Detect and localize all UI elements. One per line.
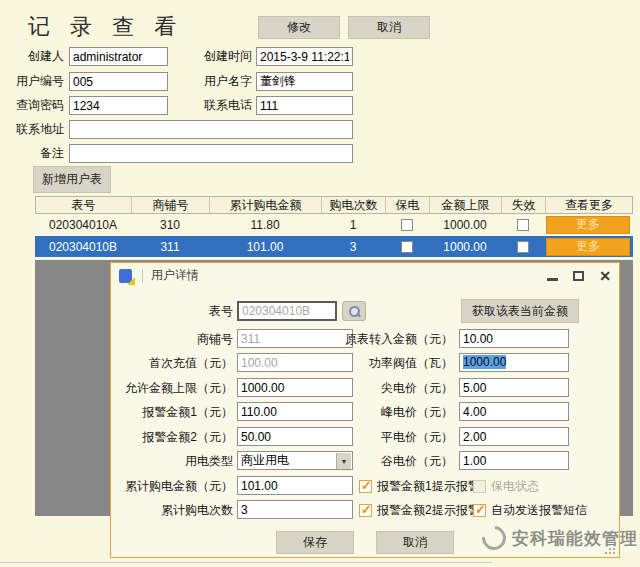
watermark-text: 安科瑞能效管理 <box>512 527 638 550</box>
col-header-invalid: 失效 <box>502 197 546 213</box>
user-no-field[interactable] <box>69 72 168 91</box>
cell-limit: 1000.00 <box>429 240 501 254</box>
cell-count: 1 <box>321 218 385 232</box>
dialog-title: 用户详情 <box>151 267 199 284</box>
contact-phone-field[interactable] <box>256 96 353 115</box>
col-header-meter-no: 表号 <box>36 197 132 213</box>
checkbox-label: 保电状态 <box>491 478 539 495</box>
cell-total: 101.00 <box>209 240 321 254</box>
checkbox-label: 报警金额1提示报警 <box>377 478 480 495</box>
modify-button[interactable]: 修改 <box>258 16 340 39</box>
checkbox-icon[interactable] <box>473 504 486 517</box>
peak-price-label: 峰电价（元） <box>327 402 453 422</box>
elec-type-label: 用电类型 <box>121 451 233 471</box>
invalid-checkbox[interactable] <box>517 241 529 253</box>
cancel-button[interactable]: 取消 <box>348 16 430 39</box>
total-amount-field[interactable] <box>237 476 353 495</box>
checkbox-label: 报警金额2提示报警 <box>377 502 480 519</box>
cell-count: 3 <box>321 240 385 254</box>
table-row[interactable]: 020304010B 311 101.00 3 1000.00 更多 <box>35 236 633 258</box>
alarm1-label: 报警金额1（元） <box>121 402 233 422</box>
protect-checkbox[interactable] <box>401 219 413 231</box>
alarm2-label: 报警金额2（元） <box>121 427 233 447</box>
meter-no-field[interactable] <box>237 301 337 321</box>
checkbox-icon[interactable] <box>359 504 372 517</box>
user-name-label: 用户名字 <box>180 72 252 91</box>
alarm1-prompt-checkbox[interactable]: 报警金额1提示报警 <box>359 476 480 496</box>
checkbox-icon[interactable] <box>359 480 372 493</box>
cell-meter-no: 020304010B <box>35 240 131 254</box>
dialog-app-icon <box>119 269 132 283</box>
power-threshold-label: 功率阀值（瓦） <box>327 353 453 373</box>
cell-shop-no: 311 <box>131 240 209 254</box>
query-password-field[interactable] <box>69 96 168 115</box>
remark-label: 备注 <box>0 144 64 163</box>
more-button[interactable]: 更多 <box>546 238 630 256</box>
transfer-amount-label: 原表转入金额（元） <box>327 329 453 349</box>
col-header-protect: 保电 <box>386 197 430 213</box>
col-header-total: 累计购电金额 <box>210 197 322 213</box>
protect-status-checkbox: 保电状态 <box>473 476 539 496</box>
auto-sms-checkbox[interactable]: 自动发送报警短信 <box>473 500 587 520</box>
peak-price-field[interactable] <box>459 402 569 421</box>
cell-limit: 1000.00 <box>429 218 501 232</box>
query-password-label: 查询密码 <box>0 96 64 115</box>
bottom-divider <box>0 562 492 563</box>
created-time-label: 创建时间 <box>180 47 252 66</box>
user-detail-dialog: 用户详情 ✕ 表号 获取该表当前金额 商铺号 原表转入金额（元） 首次充值（元）… <box>110 262 620 558</box>
get-amount-button[interactable]: 获取该表当前金额 <box>461 299 579 323</box>
creator-field[interactable] <box>69 47 168 66</box>
cell-shop-no: 310 <box>131 218 209 232</box>
creator-label: 创建人 <box>0 47 64 66</box>
record-view-window: 记 录 查 看 修改 取消 创建人 创建时间 用户编号 用户名字 查询密码 联系… <box>0 0 640 567</box>
close-icon[interactable]: ✕ <box>599 269 611 283</box>
contact-address-field[interactable] <box>69 120 353 139</box>
meter-search-button[interactable] <box>342 301 366 321</box>
invalid-checkbox[interactable] <box>517 219 529 231</box>
brand-logo-icon <box>477 521 511 555</box>
total-amount-label: 累计购电金额（元） <box>121 476 233 496</box>
dialog-cancel-button[interactable]: 取消 <box>376 531 454 554</box>
flat-price-field[interactable] <box>459 427 569 446</box>
more-button[interactable]: 更多 <box>546 216 630 234</box>
remark-field[interactable] <box>69 144 353 163</box>
amount-limit-label: 允许金额上限（元） <box>121 378 233 398</box>
cell-total: 11.80 <box>209 218 321 232</box>
checkbox-icon <box>473 480 486 493</box>
add-meter-button[interactable]: 新增用户表 <box>33 166 111 193</box>
search-icon <box>349 306 359 316</box>
total-count-label: 累计购电次数 <box>121 500 233 520</box>
titlebar-divider <box>142 269 143 283</box>
created-time-field[interactable] <box>256 47 353 66</box>
power-threshold-field[interactable]: 1000.00 <box>459 353 569 372</box>
alarm2-prompt-checkbox[interactable]: 报警金额2提示报警 <box>359 500 480 520</box>
user-name-field[interactable] <box>256 72 353 91</box>
col-header-view-more: 查看更多 <box>546 197 632 213</box>
col-header-limit: 金额上限 <box>430 197 502 213</box>
flat-price-label: 平电价（元） <box>327 427 453 447</box>
contact-phone-label: 联系电话 <box>180 96 252 115</box>
page-title: 记 录 查 看 <box>28 12 183 42</box>
save-button[interactable]: 保存 <box>276 531 354 554</box>
checkbox-label: 自动发送报警短信 <box>491 502 587 519</box>
col-header-shop-no: 商铺号 <box>132 197 210 213</box>
meter-no-label: 表号 <box>121 301 233 321</box>
minimize-icon[interactable] <box>547 278 558 281</box>
transfer-amount-field[interactable] <box>459 329 569 348</box>
sharp-price-label: 尖电价（元） <box>327 378 453 398</box>
first-recharge-label: 首次充值（元） <box>121 353 233 373</box>
meter-table-header: 表号 商铺号 累计购电金额 购电次数 保电 金额上限 失效 查看更多 <box>35 196 633 214</box>
protect-checkbox[interactable] <box>401 241 413 253</box>
sharp-price-field[interactable] <box>459 378 569 397</box>
watermark: 安科瑞能效管理 <box>482 526 638 550</box>
valley-price-field[interactable] <box>459 451 569 470</box>
valley-price-label: 谷电价（元） <box>327 451 453 471</box>
elec-type-value: 商业用电 <box>241 453 289 467</box>
table-row[interactable]: 020304010A 310 11.80 1 1000.00 更多 <box>35 214 633 236</box>
user-no-label: 用户编号 <box>0 72 64 91</box>
shop-no-label: 商铺号 <box>121 329 233 349</box>
dialog-titlebar[interactable]: 用户详情 ✕ <box>111 263 619 288</box>
total-count-field[interactable] <box>237 500 353 519</box>
col-header-count: 购电次数 <box>322 197 386 213</box>
maximize-icon[interactable] <box>573 271 584 281</box>
